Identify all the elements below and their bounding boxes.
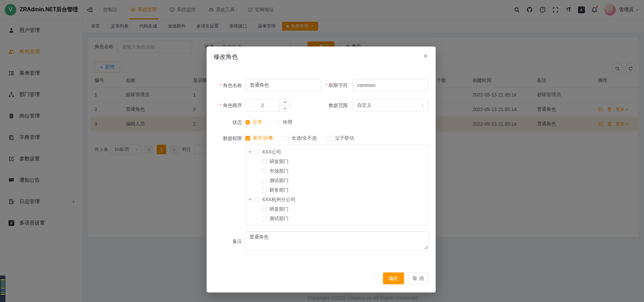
checkbox-icon[interactable] [262, 207, 267, 212]
app-root: V ZRAdmin.NET后台管理 控制台 系统管理 系统监控 [0, 0, 644, 302]
checkbox-icon [284, 136, 289, 141]
confirm-button[interactable]: 确定 [383, 272, 404, 284]
chevron-down-icon: ∨ [421, 103, 424, 108]
radio-checked-icon [245, 120, 250, 125]
data-perm-options: 展开/折叠 全选/全不选 父子联动 [245, 132, 354, 144]
status-radio-group: 正常 停用 [245, 116, 292, 128]
tree-caret-icon[interactable] [248, 151, 252, 153]
tree-node[interactable]: XXX杭州分公司 [246, 195, 429, 205]
dept-tree: XXX公司 研发部门 市场部门 测试部门 财务部门 XXX杭州分公司 [245, 145, 429, 225]
checkbox-icon [328, 136, 332, 141]
status-field-label: 状态 [207, 116, 242, 128]
tree-node[interactable]: 财务部门 [246, 185, 429, 195]
parent-child-checkbox[interactable]: 父子联动 [328, 135, 354, 141]
tree-node[interactable]: 市场部门 [246, 166, 429, 176]
checkbox-checked-icon [245, 136, 250, 141]
checkbox-icon[interactable] [262, 159, 267, 164]
tree-node[interactable]: XXX公司 [246, 147, 429, 157]
remark-textarea[interactable]: 普通角色 [245, 231, 429, 251]
checkbox-icon[interactable] [262, 178, 267, 183]
checkbox-icon[interactable] [255, 150, 259, 155]
checkbox-icon[interactable] [262, 188, 267, 193]
remark-label: 备注 [207, 235, 242, 247]
data-perm-label: 数据权限 [207, 132, 242, 144]
tree-node[interactable]: 研发部门 [246, 157, 429, 166]
checkbox-icon[interactable] [262, 216, 267, 221]
resize-handle-icon[interactable] [424, 246, 428, 249]
data-scope-label: 数据范围 [314, 99, 348, 111]
expand-collapse-checkbox[interactable]: 展开/折叠 [245, 135, 273, 141]
stepper-down-button[interactable] [280, 106, 290, 111]
role-order-stepper[interactable] [245, 99, 290, 111]
tree-node[interactable]: 测试部门 [246, 176, 429, 185]
select-all-checkbox[interactable]: 全选/全不选 [284, 135, 317, 141]
checkbox-icon[interactable] [262, 169, 267, 174]
perm-char-field-label: 权限字符 [314, 79, 348, 91]
tree-caret-icon[interactable] [248, 199, 252, 201]
data-scope-select[interactable]: 自定义 ∨ [353, 99, 428, 111]
edit-role-dialog: 修改角色 ✕ 角色名称 权限字符 角色顺序 数据范围 自定义 ∨ 状态 [207, 47, 436, 292]
role-name-field-label: 角色名称 [207, 79, 242, 91]
perm-char-field[interactable] [353, 79, 428, 91]
dialog-close-icon[interactable]: ✕ [421, 51, 430, 61]
status-radio-normal[interactable]: 正常 [245, 119, 262, 125]
role-name-field[interactable] [245, 79, 321, 91]
tree-node[interactable]: 研发部门 [246, 205, 429, 214]
role-order-label: 角色顺序 [207, 99, 242, 111]
stepper-up-button[interactable] [280, 100, 290, 106]
mini-monitor-widget[interactable] [0, 276, 5, 302]
status-radio-disabled[interactable]: 停用 [275, 119, 292, 125]
cancel-button[interactable]: 取消 [408, 272, 428, 284]
dialog-title: 修改角色 [213, 53, 238, 61]
checkbox-icon[interactable] [255, 197, 259, 202]
radio-icon [275, 120, 280, 125]
tree-node[interactable]: 测试部门 [246, 214, 429, 224]
